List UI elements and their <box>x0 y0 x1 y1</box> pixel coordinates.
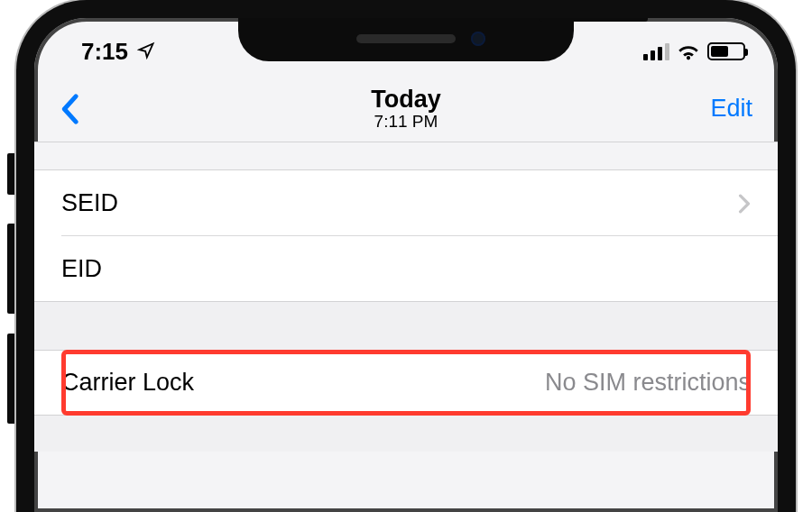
wifi-icon <box>677 42 700 60</box>
row-eid[interactable]: EID <box>34 236 778 302</box>
row-carrier-lock[interactable]: Carrier Lock No SIM restrictions <box>34 350 778 416</box>
device-notch <box>238 18 574 61</box>
row-value: No SIM restrictions <box>545 369 751 397</box>
status-time: 7:15 <box>81 38 128 66</box>
nav-subtitle: 7:11 PM <box>114 112 698 132</box>
row-seid[interactable]: SEID <box>34 170 778 236</box>
edit-button[interactable]: Edit <box>698 95 752 123</box>
battery-icon <box>707 42 745 60</box>
navigation-bar: Today 7:11 PM Edit <box>34 76 778 142</box>
cellular-signal-icon <box>643 43 669 60</box>
row-label: Carrier Lock <box>61 369 194 397</box>
row-label: SEID <box>61 189 118 217</box>
settings-list: SEID EID Carrier Lock No SIM restriction… <box>34 142 778 452</box>
nav-title: Today <box>114 86 698 114</box>
chevron-left-icon <box>60 94 79 124</box>
back-button[interactable] <box>60 94 114 124</box>
row-label: EID <box>61 255 102 283</box>
chevron-right-icon <box>738 194 751 214</box>
location-icon <box>137 38 155 66</box>
